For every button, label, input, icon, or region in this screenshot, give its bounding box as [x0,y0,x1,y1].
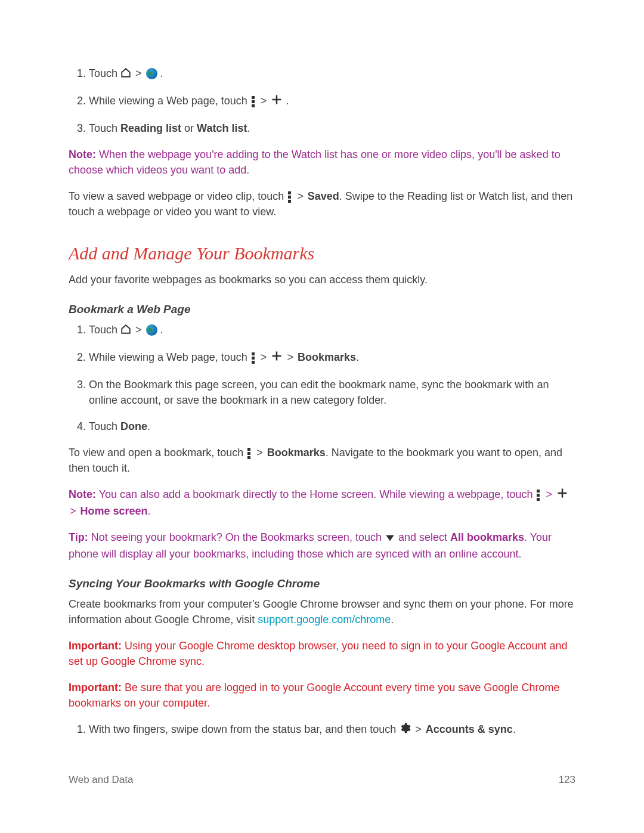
globe-icon [146,324,157,336]
section-title-bookmarks: Add and Manage Your Bookmarks [69,243,575,264]
overflow-menu-icon [287,190,293,202]
important-sign-in: Important: Using your Google Chrome desk… [69,638,575,669]
steps-list-sync: With two fingers, swipe down from the st… [69,721,575,738]
saved-instructions: To view a saved webpage or video clip, t… [69,188,575,219]
dropdown-icon [385,531,395,546]
globe-icon [146,68,157,79]
subsection-sync-chrome: Syncing Your Bookmarks with Google Chrom… [69,577,575,590]
home-icon [120,323,131,339]
important-logged-in: Important: Be sure that you are logged i… [69,680,575,711]
step-1: With two fingers, swipe down from the st… [89,721,575,738]
overflow-menu-icon [250,351,256,363]
note-watch-list: Note: When the webpage you're adding to … [69,147,575,178]
step-4: Touch Done. [89,419,575,434]
overflow-menu-icon [250,95,256,107]
home-icon [120,67,131,82]
bookmarks-intro: Add your favorite webpages as bookmarks … [69,272,575,287]
footer-page-number: 123 [559,774,575,786]
step-1: Touch > . [89,322,575,339]
sync-intro: Create bookmarks from your computer's Go… [69,596,575,627]
page-footer: Web and Data 123 [69,774,575,786]
footer-section-name: Web and Data [69,774,133,786]
plus-icon [271,350,283,366]
step-3: Touch Reading list or Watch list. [89,120,575,136]
gear-icon [399,722,411,738]
step-2: While viewing a Web page, touch > > Book… [89,349,575,366]
tip-all-bookmarks: Tip: Not seeing your bookmark? On the Bo… [69,529,575,562]
subsection-bookmark-page: Bookmark a Web Page [69,303,575,316]
overflow-menu-icon [535,488,541,500]
note-home-screen: Note: You can also add a bookmark direct… [69,487,575,519]
steps-list-bookmark: Touch > . While viewing a Web page, touc… [69,322,575,434]
svg-marker-6 [386,535,394,541]
view-bookmark-paragraph: To view and open a bookmark, touch > Boo… [69,445,575,476]
overflow-menu-icon [246,447,252,459]
document-page: Touch > . While viewing a Web page, touc… [0,0,644,822]
step-1: Touch > . [89,66,575,82]
step-3: On the Bookmark this page screen, you ca… [89,377,575,408]
chrome-support-link[interactable]: support.google.com/chrome [258,614,391,625]
plus-icon [271,94,283,110]
step-2: While viewing a Web page, touch > . [89,93,575,110]
plus-icon [556,487,568,503]
steps-list-reading: Touch > . While viewing a Web page, touc… [69,66,575,136]
